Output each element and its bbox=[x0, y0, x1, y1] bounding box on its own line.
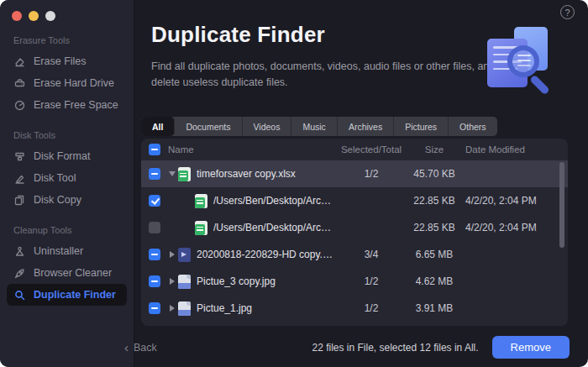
back-button[interactable]: ‹ Back bbox=[124, 341, 157, 354]
sidebar-item-duplicate-finder[interactable]: Duplicate Finder bbox=[7, 284, 127, 306]
sidebar-item-label: Erase Hard Drive bbox=[34, 77, 114, 89]
file-size: 4.62 MB bbox=[405, 275, 464, 287]
tab-pictures[interactable]: Pictures bbox=[394, 117, 449, 136]
minimize-window-button[interactable] bbox=[29, 11, 39, 21]
sidebar-item-disk-format[interactable]: Disk Format bbox=[7, 145, 127, 167]
selected-total: 1/2 bbox=[338, 275, 405, 287]
row-checkbox[interactable] bbox=[149, 249, 160, 260]
duplicates-table: Name Selected/Total Size Date Modified t… bbox=[141, 139, 568, 326]
help-button[interactable]: ? bbox=[560, 5, 575, 19]
disk-format-icon bbox=[13, 150, 25, 162]
sidebar-item-browser-cleaner[interactable]: Browser Cleaner bbox=[7, 262, 127, 284]
disk-tool-icon bbox=[13, 172, 25, 184]
file-size: 45.70 KB bbox=[405, 168, 464, 180]
sidebar-item-label: Erase Files bbox=[34, 55, 87, 67]
sidebar-item-erase-hard-drive[interactable]: Erase Hard Drive bbox=[7, 72, 127, 94]
file-name: timeforsaver copy.xlsx bbox=[197, 168, 338, 180]
row-checkbox[interactable] bbox=[149, 275, 160, 287]
app-window: Erasure Tools Erase Files Erase Hard Dri… bbox=[0, 0, 588, 367]
file-name: /Users/Ben/Desktop/Archive/File/timefors… bbox=[213, 222, 338, 233]
selected-total: 1/2 bbox=[338, 302, 405, 314]
free-space-icon bbox=[13, 99, 25, 111]
file-icon bbox=[178, 167, 191, 181]
file-name: Pictue_1.jpg bbox=[197, 302, 338, 314]
sidebar-section-erasure: Erasure Tools Erase Files Erase Hard Dri… bbox=[7, 32, 127, 116]
table-row[interactable]: /Users/Ben/Desktop/Archive/File/timefors… bbox=[141, 187, 568, 214]
selected-total: 3/4 bbox=[338, 249, 405, 260]
sidebar-item-disk-copy[interactable]: Disk Copy bbox=[7, 189, 127, 211]
magnifier-icon bbox=[13, 289, 25, 301]
sidebar-item-erase-files[interactable]: Erase Files bbox=[7, 50, 127, 72]
file-name: /Users/Ben/Desktop/Archive/File/timefors… bbox=[213, 195, 338, 207]
table-row[interactable]: Pictue_1.jpg 1/2 3.91 MB bbox=[141, 295, 568, 322]
select-all-checkbox[interactable] bbox=[149, 144, 160, 155]
window-controls bbox=[12, 11, 55, 21]
file-size: 3.91 MB bbox=[405, 302, 464, 314]
column-header-name: Name bbox=[166, 144, 338, 155]
column-header-size: Size bbox=[405, 144, 464, 155]
row-checkbox[interactable] bbox=[149, 168, 160, 180]
chevron-left-icon: ‹ bbox=[124, 341, 129, 354]
column-header-selected-total: Selected/Total bbox=[338, 144, 405, 155]
row-checkbox[interactable] bbox=[149, 195, 160, 207]
column-header-date-modified: Date Modified bbox=[464, 144, 568, 155]
sidebar-item-label: Browser Cleaner bbox=[34, 267, 112, 279]
sidebar-section-cleanup: Cleanup Tools Uninstaller Browser Cleane… bbox=[7, 222, 127, 306]
table-header-row: Name Selected/Total Size Date Modified bbox=[141, 139, 568, 160]
file-size: 6.65 MB bbox=[405, 249, 464, 260]
tab-archives[interactable]: Archives bbox=[338, 117, 394, 136]
section-title: Disk Tools bbox=[7, 127, 127, 144]
date-modified: 4/2/20, 2:04 PM bbox=[464, 222, 568, 233]
uninstaller-icon bbox=[13, 245, 25, 257]
sidebar-section-disk: Disk Tools Disk Format Disk Tool bbox=[7, 127, 127, 211]
sidebar: Erasure Tools Erase Files Erase Hard Dri… bbox=[0, 0, 134, 367]
row-checkbox[interactable] bbox=[149, 302, 160, 314]
file-icon bbox=[178, 301, 191, 316]
file-name: Pictue_3 copy.jpg bbox=[197, 275, 338, 287]
date-modified: 4/2/20, 2:04 PM bbox=[464, 195, 568, 207]
disclosure-icon[interactable] bbox=[169, 171, 176, 176]
sidebar-item-disk-tool[interactable]: Disk Tool bbox=[7, 167, 127, 189]
footer-bar: ‹ Back 22 files in File, selected 12 fil… bbox=[124, 328, 588, 367]
sidebar-nav: Erasure Tools Erase Files Erase Hard Dri… bbox=[0, 32, 134, 317]
selected-total: 1/2 bbox=[338, 168, 405, 180]
page-description: Find all duplicate photos, documents, vi… bbox=[151, 59, 504, 92]
tab-music[interactable]: Music bbox=[291, 117, 337, 136]
duplicate-finder-illustration-icon bbox=[487, 27, 554, 96]
sidebar-item-uninstaller[interactable]: Uninstaller bbox=[7, 240, 127, 262]
table-row[interactable]: Pictue_3 copy.jpg 1/2 4.62 MB bbox=[141, 268, 568, 295]
disclosure-icon[interactable] bbox=[170, 278, 175, 285]
eraser-icon bbox=[13, 55, 25, 67]
file-icon bbox=[178, 248, 191, 262]
row-checkbox[interactable] bbox=[149, 222, 160, 233]
file-icon bbox=[178, 275, 191, 289]
tab-others[interactable]: Others bbox=[449, 117, 497, 136]
disk-copy-icon bbox=[13, 194, 25, 206]
sidebar-item-erase-free-space[interactable]: Erase Free Space bbox=[7, 94, 127, 116]
close-window-button[interactable] bbox=[12, 11, 22, 21]
disclosure-icon[interactable] bbox=[170, 251, 175, 258]
back-label: Back bbox=[134, 342, 157, 354]
tab-documents[interactable]: Documents bbox=[175, 117, 242, 136]
file-size: 22.85 KB bbox=[405, 222, 464, 233]
table-row[interactable]: timeforsaver copy.xlsx 1/2 45.70 KB bbox=[141, 160, 568, 187]
table-row[interactable]: /Users/Ben/Desktop/Archive/File/timefors… bbox=[141, 214, 568, 241]
table-scrollbar[interactable] bbox=[559, 162, 564, 248]
zoom-window-button[interactable] bbox=[45, 11, 55, 21]
file-name: 20200818-220829-HD copy.mp4 bbox=[197, 249, 338, 260]
file-size: 22.85 KB bbox=[405, 195, 464, 207]
sidebar-item-label: Uninstaller bbox=[34, 245, 83, 257]
section-title: Erasure Tools bbox=[7, 32, 127, 49]
tab-videos[interactable]: Videos bbox=[243, 117, 292, 136]
sidebar-item-label: Disk Tool bbox=[34, 172, 76, 184]
sidebar-item-label: Disk Copy bbox=[34, 194, 81, 206]
main-content: ? Duplicate Finder Find all duplicate ph… bbox=[134, 0, 588, 367]
page-title: Duplicate Finder bbox=[151, 22, 325, 48]
hard-drive-icon bbox=[13, 77, 25, 89]
file-icon bbox=[195, 194, 207, 208]
sidebar-item-label: Erase Free Space bbox=[34, 99, 118, 111]
tab-all[interactable]: All bbox=[141, 117, 175, 136]
remove-button[interactable]: Remove bbox=[492, 336, 570, 359]
disclosure-icon[interactable] bbox=[170, 305, 175, 312]
table-row[interactable]: 20200818-220829-HD copy.mp4 3/4 6.65 MB bbox=[141, 241, 568, 268]
